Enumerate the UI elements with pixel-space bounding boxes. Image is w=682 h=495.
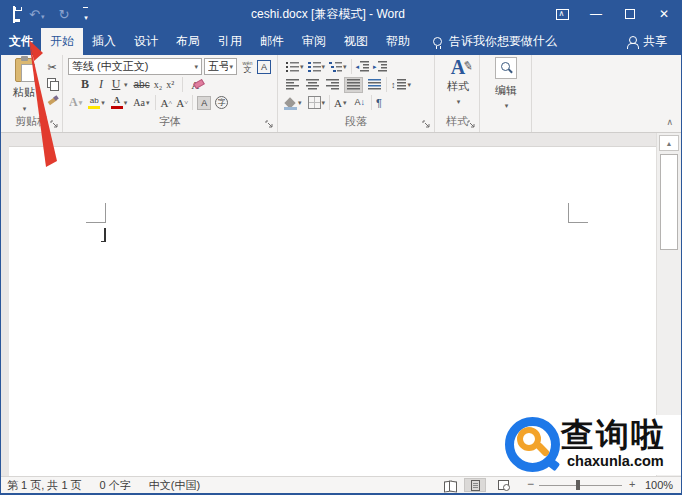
clipboard-dialog-launcher[interactable] bbox=[50, 120, 59, 129]
ribbon-display-options-button[interactable] bbox=[545, 0, 579, 28]
dropdown-arrow-icon: ▾ bbox=[229, 63, 233, 71]
zoom-slider-thumb[interactable] bbox=[576, 480, 580, 490]
font-size-combo[interactable]: 五号 ▾ bbox=[204, 58, 237, 75]
character-border-button[interactable]: A bbox=[255, 59, 273, 75]
dropdown-arrow-icon: ▾ bbox=[300, 63, 304, 71]
web-layout-button[interactable] bbox=[492, 478, 514, 492]
editing-button-label: 编辑 bbox=[486, 83, 526, 98]
cut-button[interactable]: ✂ bbox=[43, 59, 61, 75]
font-dialog-launcher[interactable] bbox=[265, 120, 274, 129]
text-highlight-button[interactable]: ab ▾ bbox=[86, 95, 107, 111]
scroll-up-button[interactable]: ▲ bbox=[659, 135, 679, 151]
zoom-percentage[interactable]: 100% bbox=[645, 479, 673, 491]
distribute-button[interactable] bbox=[366, 77, 383, 93]
text-effects-button[interactable]: A▾ bbox=[67, 95, 84, 111]
tab-file[interactable]: 文件 bbox=[1, 28, 41, 55]
underline-button[interactable]: U bbox=[109, 77, 123, 93]
scrollbar-thumb[interactable] bbox=[660, 154, 678, 250]
zoom-slider-track[interactable] bbox=[539, 485, 622, 486]
web-layout-icon bbox=[498, 480, 509, 490]
tab-home[interactable]: 开始 bbox=[41, 28, 83, 55]
multilevel-list-button[interactable]: ▾ bbox=[327, 59, 349, 75]
tab-mailings[interactable]: 邮件 bbox=[251, 28, 293, 55]
customize-qat-button[interactable]: ▾ bbox=[83, 7, 88, 22]
sort-button[interactable]: A↓ bbox=[353, 95, 368, 111]
borders-button[interactable]: ▾ bbox=[306, 95, 328, 111]
minimize-button[interactable]: — bbox=[579, 0, 613, 28]
dropdown-arrow-icon: ▾ bbox=[298, 99, 302, 107]
superscript-button[interactable]: x² bbox=[164, 77, 176, 93]
zoom-in-button[interactable]: + bbox=[629, 478, 635, 490]
ribbon-tab-row: 文件 开始 插入 设计 布局 引用 邮件 审阅 视图 帮助 告诉我你想要做什么 … bbox=[1, 28, 681, 55]
subscript-button[interactable]: x₂ bbox=[152, 77, 165, 93]
copy-button[interactable] bbox=[43, 75, 61, 91]
collapse-ribbon-button[interactable]: ∧ bbox=[666, 117, 673, 127]
font-color-button[interactable]: A ▾ bbox=[109, 95, 130, 111]
dropdown-arrow-icon: ▾ bbox=[146, 99, 150, 107]
character-shading-button[interactable]: A bbox=[195, 95, 213, 111]
dropdown-arrow-icon: ▾ bbox=[41, 13, 45, 20]
tab-layout[interactable]: 布局 bbox=[167, 28, 209, 55]
font-size-value: 五号 bbox=[208, 59, 228, 74]
character-shading-icon: A bbox=[197, 96, 211, 110]
watermark-logo: 查询啦 chaxunla.com bbox=[499, 415, 681, 475]
dropdown-arrow-icon: ▾ bbox=[408, 81, 412, 89]
tab-help[interactable]: 帮助 bbox=[377, 28, 419, 55]
font-color-icon: A bbox=[111, 96, 123, 109]
document-area: ▲ 查询啦 chaxunla.com bbox=[1, 133, 681, 478]
undo-button[interactable]: ↶▾ bbox=[29, 8, 44, 21]
grow-font-button[interactable]: A˄ bbox=[158, 95, 174, 111]
paste-button[interactable]: 粘贴 ▾ bbox=[7, 58, 41, 114]
phonetic-guide-button[interactable]: wén 文 bbox=[240, 59, 255, 75]
decrease-indent-button[interactable]: ◂ bbox=[354, 59, 372, 75]
close-icon: ✕ bbox=[659, 7, 669, 21]
tab-references[interactable]: 引用 bbox=[209, 28, 251, 55]
tab-review[interactable]: 审阅 bbox=[293, 28, 335, 55]
pilcrow-icon: ¶ bbox=[376, 97, 382, 109]
increase-indent-button[interactable]: ▸ bbox=[371, 59, 389, 75]
save-button[interactable] bbox=[13, 8, 15, 21]
word-count-status[interactable]: 0 个字 bbox=[100, 478, 131, 493]
justify-button[interactable] bbox=[344, 77, 363, 93]
language-status[interactable]: 中文(中国) bbox=[149, 478, 200, 493]
indent-right-icon: ▸ bbox=[373, 63, 377, 70]
change-case-button[interactable]: Aa▾ bbox=[131, 95, 151, 111]
format-painter-button[interactable] bbox=[43, 91, 61, 107]
tell-me-box[interactable]: 告诉我你想要做什么 bbox=[433, 28, 557, 55]
shading-button[interactable]: ▾ bbox=[282, 95, 304, 111]
shrink-font-button[interactable]: A˅ bbox=[174, 95, 190, 111]
styles-button-label: 样式 bbox=[438, 79, 478, 94]
styles-dialog-launcher[interactable] bbox=[467, 120, 476, 129]
align-left-button[interactable] bbox=[284, 77, 301, 93]
maximize-button[interactable] bbox=[613, 0, 647, 28]
numbering-button[interactable]: ▾ bbox=[306, 59, 328, 75]
tab-view[interactable]: 视图 bbox=[335, 28, 377, 55]
zoom-out-button[interactable]: − bbox=[527, 477, 534, 491]
align-center-button[interactable] bbox=[304, 77, 321, 93]
dropdown-arrow-icon: ▾ bbox=[457, 98, 461, 105]
show-hide-marks-button[interactable]: ¶ bbox=[374, 95, 384, 111]
redo-button[interactable]: ↻ bbox=[58, 8, 69, 21]
tab-insert[interactable]: 插入 bbox=[83, 28, 125, 55]
bullets-button[interactable]: ▾ bbox=[284, 59, 306, 75]
enclose-characters-button[interactable]: 字 bbox=[213, 95, 230, 111]
strikethrough-button[interactable]: abc bbox=[132, 77, 152, 93]
print-layout-button[interactable] bbox=[464, 478, 486, 492]
page-count-status[interactable]: 第 1 页, 共 1 页 bbox=[7, 478, 82, 493]
enclose-characters-icon: 字 bbox=[215, 96, 228, 109]
align-right-icon bbox=[326, 79, 339, 90]
close-button[interactable]: ✕ bbox=[647, 0, 681, 28]
italic-button[interactable]: I bbox=[93, 77, 109, 93]
editing-button[interactable]: 编辑 ▾ bbox=[486, 57, 526, 115]
line-spacing-button[interactable]: ↕▾ bbox=[389, 77, 413, 93]
share-button[interactable]: 共享 bbox=[627, 28, 681, 55]
align-right-button[interactable] bbox=[324, 77, 341, 93]
tab-design[interactable]: 设计 bbox=[125, 28, 167, 55]
paragraph-dialog-launcher[interactable] bbox=[422, 120, 431, 129]
asian-layout-button[interactable]: A▾ bbox=[332, 95, 348, 111]
bold-button[interactable]: B bbox=[77, 77, 93, 93]
read-mode-button[interactable] bbox=[439, 478, 461, 492]
font-name-combo[interactable]: 等线 (中文正文) ▾ bbox=[68, 58, 202, 75]
clear-formatting-button[interactable]: A bbox=[189, 77, 201, 93]
styles-button[interactable]: A ✎ 样式 ▾ bbox=[438, 57, 478, 115]
